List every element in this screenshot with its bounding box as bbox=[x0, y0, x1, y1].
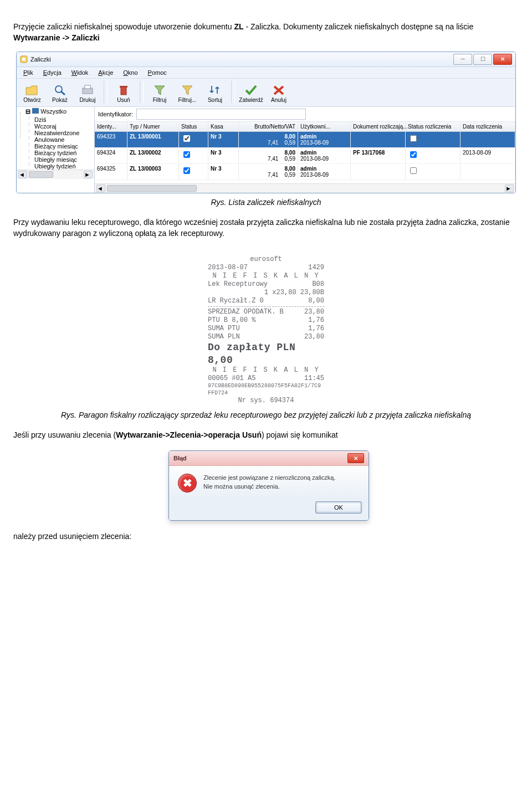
minimize-button[interactable]: ─ bbox=[453, 54, 472, 65]
menubar: Plik Edycja Widok Akcje Okno Pomoc bbox=[17, 67, 515, 79]
close-button[interactable]: ✕ bbox=[493, 54, 512, 65]
error-dialog: Błąd ✕ ✖ Zlecenie jest powiązane z niero… bbox=[168, 450, 369, 521]
tool-sort[interactable]: Sortuj bbox=[202, 81, 228, 104]
svg-point-1 bbox=[22, 58, 25, 61]
maximize-button[interactable]: ☐ bbox=[473, 54, 492, 65]
settle-checkbox[interactable] bbox=[410, 167, 417, 174]
menu-okno[interactable]: Okno bbox=[119, 68, 142, 77]
figure-caption-2: Rys. Paragon fiskalny rozliczający sprze… bbox=[13, 411, 519, 419]
tree-item[interactable]: Bieżący miesiąc bbox=[33, 143, 94, 150]
dialog-message: Zlecenie jest powiązane z nierozliczoną … bbox=[203, 474, 360, 492]
ident-input[interactable] bbox=[136, 109, 306, 120]
tool-open[interactable]: Otwórz bbox=[19, 81, 45, 104]
svg-rect-8 bbox=[32, 108, 39, 114]
tree-item[interactable]: Dziś bbox=[33, 116, 94, 123]
tree-item[interactable]: Bieżący tydzień bbox=[33, 150, 94, 156]
tool-confirm[interactable]: Zatwierdź bbox=[238, 81, 264, 104]
menu-plik[interactable]: Plik bbox=[19, 68, 38, 77]
tool-filter-adv[interactable]: Filtruj... bbox=[174, 81, 201, 104]
menu-edycja[interactable]: Edycja bbox=[39, 68, 66, 77]
tree-item[interactable]: Ubiegły tydzień bbox=[33, 163, 94, 170]
receipt: eurosoft 2013-08-071429 N I E F I S K A … bbox=[208, 255, 324, 405]
menu-widok[interactable]: Widok bbox=[67, 68, 93, 77]
tree-root[interactable]: ⊟ Wszystko Dziś Wczoraj Niezatwierdzone … bbox=[24, 108, 94, 170]
paragraph-2: Przy wydawaniu leku recepturowego, dla k… bbox=[13, 217, 519, 239]
status-checkbox[interactable] bbox=[183, 167, 190, 174]
intro-paragraph: Przyjęcie zaliczki niefiskalnej spowoduj… bbox=[13, 21, 519, 44]
menu-akcje[interactable]: Akcje bbox=[94, 68, 117, 77]
tree-item[interactable]: Anulowane bbox=[33, 136, 94, 143]
table-row[interactable]: 694324ZL 13/00002Nr 38,007,41 0,59admin2… bbox=[95, 148, 515, 164]
figure-caption-1: Rys. Lista zaliczek niefiskalnych bbox=[13, 198, 519, 207]
svg-rect-5 bbox=[85, 85, 90, 89]
toolbar: Otwórz Pokaż Drukuj Usuń Filtruj Filtruj… bbox=[17, 79, 515, 107]
paragraph-3: Jeśli przy usuwaniu zlecenia (Wytwarzani… bbox=[13, 429, 519, 440]
grid-scrollbar[interactable]: ◄► bbox=[95, 183, 515, 193]
tool-filter[interactable]: Filtruj bbox=[146, 81, 173, 104]
footer-paragraph: należy przed usunięciem zlecenia: bbox=[13, 531, 519, 542]
window-title: Zaliczki bbox=[30, 56, 51, 63]
filter-tree: ⊟ Wszystko Dziś Wczoraj Niezatwierdzone … bbox=[17, 107, 95, 193]
settle-checkbox[interactable] bbox=[410, 151, 417, 158]
app-icon bbox=[20, 55, 28, 63]
table-row[interactable]: 694323ZL 13/00001Nr 38,007,41 0,59admin2… bbox=[95, 132, 515, 148]
status-checkbox[interactable] bbox=[183, 135, 190, 142]
tool-show[interactable]: Pokaż bbox=[47, 81, 73, 104]
status-checkbox[interactable] bbox=[183, 151, 190, 158]
svg-rect-6 bbox=[121, 87, 126, 95]
tool-cancel[interactable]: Anuluj bbox=[265, 81, 292, 104]
dialog-title: Błąd bbox=[173, 455, 187, 461]
ok-button[interactable]: OK bbox=[315, 501, 362, 514]
tree-item[interactable]: Niezatwierdzone bbox=[33, 130, 94, 136]
titlebar: Zaliczki ─ ☐ ✕ bbox=[17, 52, 515, 67]
tree-item[interactable]: Wczoraj bbox=[33, 123, 94, 130]
menu-pomoc[interactable]: Pomoc bbox=[144, 68, 171, 77]
tool-delete[interactable]: Usuń bbox=[110, 81, 137, 104]
svg-line-3 bbox=[61, 91, 65, 95]
zaliczki-window: Zaliczki ─ ☐ ✕ Plik Edycja Widok Akcje O… bbox=[16, 52, 516, 193]
error-icon: ✖ bbox=[178, 474, 197, 492]
table-row[interactable]: 694325ZL 13/00003Nr 38,007,41 0,59admin2… bbox=[95, 164, 515, 180]
tool-print[interactable]: Drukuj bbox=[74, 81, 101, 104]
svg-rect-7 bbox=[120, 86, 127, 88]
dialog-close-button[interactable]: ✕ bbox=[347, 453, 364, 463]
ident-label: Identyfikator: bbox=[98, 111, 133, 117]
grid-header: Identy... Typ / Numer Status Kasa Brutto… bbox=[95, 122, 515, 132]
tree-scrollbar[interactable]: ◄► bbox=[17, 170, 94, 179]
settle-checkbox[interactable] bbox=[410, 135, 417, 142]
tree-item[interactable]: Ubiegły miesiąc bbox=[33, 156, 94, 163]
